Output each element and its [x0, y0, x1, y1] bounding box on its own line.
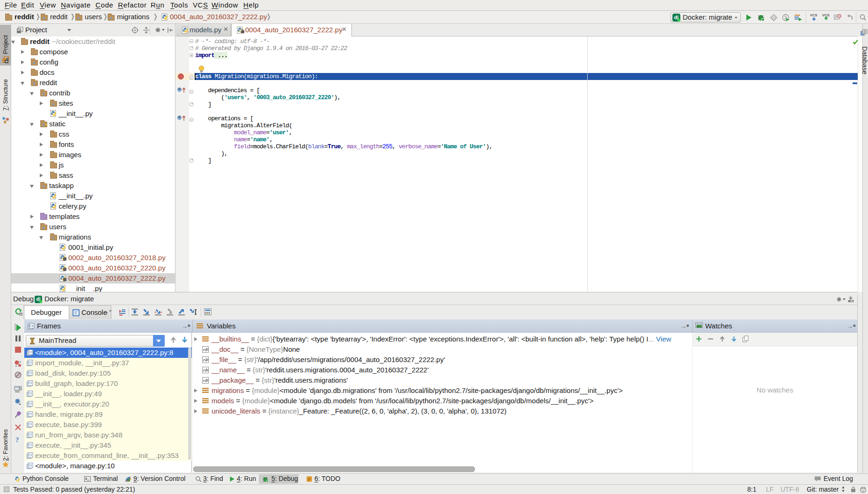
svg-text:VCS: VCS [810, 13, 817, 17]
svg-text:VCS: VCS [822, 13, 829, 17]
svg-text:?: ? [15, 436, 19, 443]
